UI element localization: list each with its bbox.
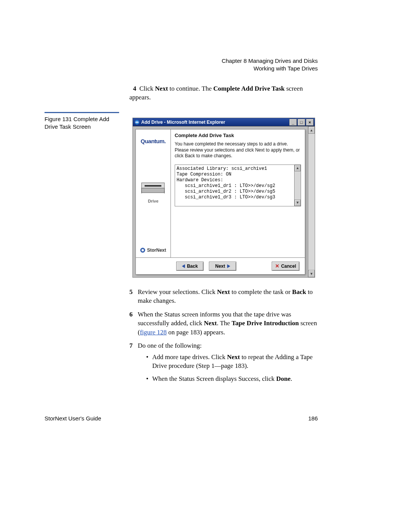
body-steps: 5 Review your selections. Click Next to … <box>129 288 320 388</box>
footer-guide: StorNext User's Guide <box>45 415 101 422</box>
stornext-icon <box>140 248 145 253</box>
step-7-bullets: Add more tape drives. Click Next to repe… <box>145 353 320 383</box>
wizard-window: Quantum. Drive <box>135 129 305 275</box>
step-6-b1: Next <box>204 320 217 327</box>
cancel-button-label: Cancel <box>281 264 296 269</box>
scroll-down-icon[interactable]: ▼ <box>308 270 315 277</box>
b2-a: When the Status Screen displays Success,… <box>152 375 276 382</box>
review-scroll-down-icon[interactable]: ▼ <box>295 200 301 206</box>
review-scroll-up-icon[interactable]: ▲ <box>295 165 301 171</box>
figure-caption: Figure 131 Complete Add Drive Task Scree… <box>45 115 121 131</box>
wizard-main: Complete Add Drive Task You have complet… <box>171 129 305 257</box>
chapter-line: Chapter 8 Managing Drives and Disks <box>221 57 318 65</box>
drive-label: Drive <box>148 199 159 203</box>
page-header: Chapter 8 Managing Drives and Disks Work… <box>221 57 318 73</box>
step-7-bullet-1: Add more tape drives. Click Next to repe… <box>145 353 320 371</box>
minimize-button[interactable]: _ <box>289 119 297 126</box>
step-4-next: Next <box>155 85 168 92</box>
task-title: Complete Add Drive Task <box>175 133 301 138</box>
svg-point-7 <box>142 249 144 251</box>
svg-rect-3 <box>145 185 161 187</box>
next-button[interactable]: Next <box>209 262 236 271</box>
back-button[interactable]: Back <box>176 262 204 271</box>
ie-title-text: Add Drive - Microsoft Internet Explorer <box>141 120 289 125</box>
step-7-bullet-2: When the Status Screen displays Success,… <box>145 374 320 383</box>
step-6-b2: Tape Drive Introduction <box>232 320 299 327</box>
step-4-complete: Complete Add Drive Task <box>213 85 285 92</box>
step-5-t2: to complete the task or <box>230 288 292 296</box>
maximize-button[interactable]: □ <box>298 119 305 126</box>
section-line: Working with Tape Drives <box>221 65 318 72</box>
ie-body: Quantum. Drive <box>133 126 308 277</box>
stornext-brand: StorNext <box>140 248 166 255</box>
back-arrow-icon <box>182 264 185 268</box>
step-5-b2: Back <box>292 288 306 296</box>
step-7-number: 7 <box>129 341 133 350</box>
screenshot-add-drive: Add Drive - Microsoft Internet Explorer … <box>132 118 315 278</box>
review-text: Associated Library: scsi_archive1 Tape C… <box>175 165 294 206</box>
cancel-x-icon: ✕ <box>275 263 279 269</box>
stornext-text: StorNext <box>147 248 166 253</box>
step-6-link[interactable]: figure 128 <box>140 329 167 336</box>
step-4-text-a: Click <box>139 85 155 92</box>
outer-scrollbar[interactable]: ▲ ▼ <box>308 126 315 277</box>
footer-page-number: 186 <box>308 415 318 422</box>
step-5-b1: Next <box>217 288 230 296</box>
task-text: You have completed the necessary steps t… <box>175 141 301 159</box>
document-page: Chapter 8 Managing Drives and Disks Work… <box>0 0 411 532</box>
window-controls: _ □ × <box>289 119 314 126</box>
cancel-button[interactable]: ✕ Cancel <box>272 262 299 271</box>
ie-titlebar: Add Drive - Microsoft Internet Explorer … <box>133 118 315 126</box>
tape-drive-icon <box>141 181 166 195</box>
back-button-label: Back <box>187 264 198 269</box>
review-scrollbar[interactable]: ▲ ▼ <box>294 165 301 206</box>
wizard-content: Quantum. Drive <box>136 129 305 257</box>
close-button[interactable]: × <box>306 119 314 126</box>
b1-b: Next <box>227 353 240 361</box>
step-4: 4 Click Next to continue. The Complete A… <box>129 85 316 102</box>
minimize-glyph: _ <box>292 120 294 125</box>
scroll-up-icon[interactable]: ▲ <box>308 126 315 134</box>
step-7-t1: Do one of the following: <box>138 342 202 349</box>
step-6-t2: . The <box>217 320 232 327</box>
step-5-t1: Review your selections. Click <box>138 288 217 296</box>
wizard-button-bar: Back Next ✕ Cancel <box>136 257 305 274</box>
b2-b: Done <box>276 375 291 382</box>
b2-c: . <box>291 375 292 382</box>
review-box: Associated Library: scsi_archive1 Tape C… <box>175 165 301 206</box>
step-7: 7 Do one of the following: Add more tape… <box>129 341 320 383</box>
b1-a: Add more tape drives. Click <box>152 353 227 361</box>
caption-rule <box>45 112 119 113</box>
step-5-number: 5 <box>129 288 133 296</box>
svg-rect-2 <box>142 188 164 193</box>
step-4-text-b: to continue. The <box>168 85 213 92</box>
step-5: 5 Review your selections. Click Next to … <box>129 288 320 305</box>
maximize-glyph: □ <box>300 120 303 125</box>
next-arrow-icon <box>227 264 230 268</box>
next-button-label: Next <box>215 264 225 269</box>
step-6-number: 6 <box>129 310 133 319</box>
ie-icon <box>134 120 140 125</box>
close-glyph: × <box>309 120 311 125</box>
quantum-logo: Quantum. <box>141 138 166 144</box>
step-4-number: 4 <box>129 85 136 93</box>
step-6-t4: on page 183) appears. <box>167 329 225 336</box>
step-6: 6 When the Status screen informs you tha… <box>129 310 320 337</box>
wizard-sidebar: Quantum. Drive <box>136 129 171 257</box>
